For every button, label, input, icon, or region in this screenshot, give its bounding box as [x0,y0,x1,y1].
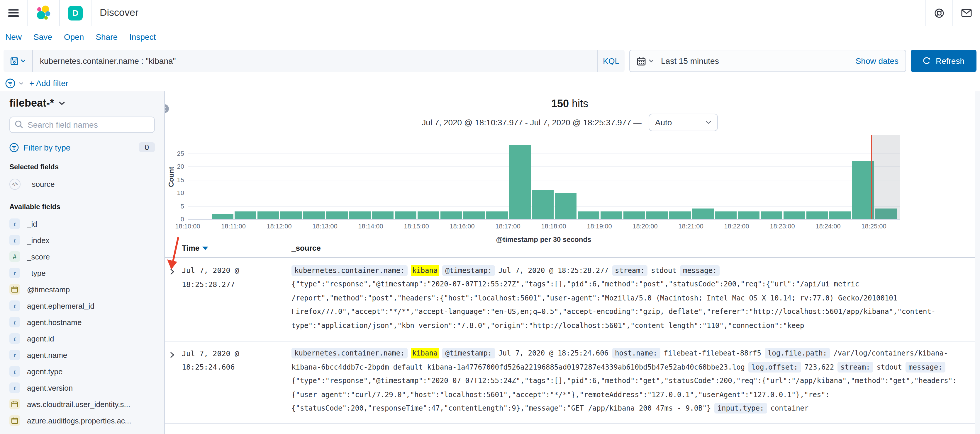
histogram-bar[interactable] [555,193,576,219]
number-field-icon: # [10,251,20,262]
histogram-bar[interactable] [235,211,256,219]
chevron-down-icon [20,59,25,63]
y-tick-label: 0 [165,215,184,223]
gridline [188,179,900,180]
field-item[interactable]: </>_source [10,176,155,192]
field-item[interactable]: t_index [10,232,155,248]
hamburger-menu-icon[interactable] [8,9,19,17]
histogram-bar[interactable] [646,211,668,219]
field-item[interactable]: @timestamp [10,281,155,298]
histogram-bar[interactable] [784,211,805,219]
source-text: kibana-6bcc4ddb7c-2bpdm_default_kibana-1… [291,363,745,371]
histogram-bar[interactable] [395,211,417,219]
histogram-bar[interactable] [829,211,851,219]
histogram-bar[interactable] [669,211,691,219]
field-item[interactable]: tagent.type [10,363,155,380]
refresh-button[interactable]: Refresh [911,50,977,72]
query-input[interactable] [33,50,597,72]
histogram-bar[interactable] [280,211,302,219]
index-pattern-switcher[interactable]: filebeat-* [10,97,155,109]
histogram-bar[interactable] [807,211,828,219]
saved-query-menu-button[interactable] [3,50,33,72]
filter-count-badge: 0 [139,143,155,152]
x-tick-label: 18:18:00 [541,223,566,230]
field-item[interactable]: tagent.hostname [10,314,155,330]
nav-share[interactable]: Share [95,32,118,41]
histogram-bar[interactable] [692,209,714,219]
filter-icon[interactable] [5,78,15,88]
string-field-icon: t [10,235,20,246]
field-item[interactable]: tagent.name [10,347,155,363]
highlighted-value: kibana [411,265,439,276]
source-text: 723,622 [804,363,834,371]
field-item[interactable]: t_type [10,265,155,281]
time-range-value[interactable]: Last 15 minutes [661,56,719,66]
chevron-down-icon[interactable] [19,82,24,85]
nav-new[interactable]: New [5,32,22,41]
field-item[interactable]: aws.cloudtrail.user_identity.s... [10,396,155,412]
field-badge: host.name: [612,348,660,359]
field-item[interactable]: #_score [10,248,155,265]
field-item[interactable]: tagent.id [10,330,155,347]
interval-select[interactable]: Auto [649,114,718,131]
source-line: {"type":"response","@timestamp":"2020-07… [291,374,975,388]
query-language-button[interactable]: KQL [597,50,625,72]
sort-desc-icon [202,246,208,250]
histogram-bar[interactable] [738,211,759,219]
table-header: Time _source [165,244,975,258]
elastic-logo[interactable] [27,0,59,26]
string-field-icon: t [10,268,20,278]
table-row: Jul 7, 2020 @ 18:25:28.277kubernetes.con… [165,258,975,341]
filter-by-type-button[interactable]: Filter by type [24,143,70,152]
field-item[interactable]: azure.auditlogs.properties.ac... [10,412,155,429]
string-field-icon: t [10,350,20,360]
histogram-bar[interactable] [760,211,782,219]
help-button[interactable] [926,0,953,26]
refresh-icon [923,57,931,65]
y-tick-label: 15 [165,176,184,183]
source-text: container [770,404,808,413]
sidebar: filebeat-* Filter by typ [0,91,164,434]
document-rows: Jul 7, 2020 @ 18:25:28.277kubernetes.con… [165,258,975,424]
nav-inspect[interactable]: Inspect [129,32,156,41]
histogram-bar[interactable] [532,190,554,219]
histogram-bar[interactable] [509,145,531,219]
field-item[interactable]: tagent.ephemeral_id [10,298,155,314]
search-field-names-input[interactable] [10,117,155,133]
histogram-bar[interactable] [601,211,622,219]
discover-toolbar: New Save Open Share Inspect [0,26,980,48]
histogram-bar[interactable] [372,211,393,219]
histogram-plot[interactable] [188,135,900,220]
histogram-bar[interactable] [326,211,348,219]
selected-fields-heading: Selected fields [10,163,155,171]
histogram-bar[interactable] [463,211,485,219]
field-item[interactable]: tagent.version [10,380,155,396]
histogram-bar[interactable] [578,211,600,219]
histogram-bar[interactable] [303,211,325,219]
nav-save[interactable]: Save [33,32,52,41]
space-badge[interactable]: D [68,6,83,20]
search-icon [15,120,24,129]
field-name: @timestamp [27,285,70,294]
histogram-bar[interactable] [212,214,234,219]
doc-source: kubernetes.container.name:kibana@timesta… [291,264,975,333]
histogram-bar[interactable] [624,211,645,219]
field-badge: log.file.path: [765,348,830,359]
histogram-bar[interactable] [258,211,279,219]
x-axis-labels: 18:10:0018:11:0018:12:0018:13:0018:14:00… [188,223,900,231]
histogram-bar[interactable] [349,211,371,219]
date-picker[interactable]: Last 15 minutes Show dates [629,50,906,72]
show-dates-button[interactable]: Show dates [856,56,899,66]
add-filter-button[interactable]: + Add filter [29,79,68,88]
source-text: {"statusCode":200,"responseTime":47,"con… [291,404,711,413]
expand-row-button[interactable] [165,349,182,361]
histogram-bar[interactable] [715,211,737,219]
nav-open[interactable]: Open [64,32,84,41]
histogram-bar[interactable] [441,211,462,219]
histogram-bar[interactable] [486,211,508,219]
y-tick-label: 5 [165,202,184,209]
hits-count-line: 150 hits [165,98,975,110]
histogram-bar[interactable] [418,211,439,219]
field-item[interactable]: t_id [10,215,155,232]
newsfeed-button[interactable] [953,0,980,26]
